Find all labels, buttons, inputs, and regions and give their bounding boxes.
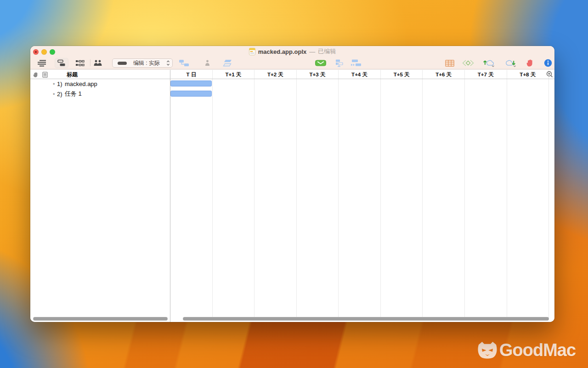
stop-hand-icon[interactable]	[524, 58, 536, 69]
toolbar: 编辑 : 实际	[30, 57, 554, 69]
task-number: 2)	[57, 91, 65, 98]
document-title: macked.app.oplx	[258, 48, 306, 55]
task-title[interactable]: macked.app	[65, 80, 97, 87]
gantt-view-button-selected[interactable]	[55, 58, 68, 68]
timeline-column-label: T+1 天	[213, 70, 254, 78]
task-number: 1)	[57, 80, 65, 87]
task-row[interactable]: • 2) 任务 1	[30, 90, 168, 98]
titlebar: macked.app.oplx — 已编辑	[30, 46, 554, 57]
style-dash-swatch	[118, 62, 127, 65]
desktop-wallpaper: GoodMac macked.app.oplx	[0, 0, 588, 368]
toolbar-divider	[90, 59, 90, 66]
main-content: 标题 T 日 T+1 天 T+2 天 T+3 天 T+4 天 T+5 天 T+6…	[30, 70, 554, 322]
timeline-column-label: T+2 天	[254, 70, 296, 78]
gantt-horizontal-scrollbar[interactable]	[183, 317, 549, 321]
task-title[interactable]: 任务 1	[65, 90, 82, 98]
style-popup-value: 编辑 : 实际	[130, 59, 163, 67]
task-bullet: •	[53, 80, 57, 87]
info-icon[interactable]	[542, 58, 554, 69]
table-grid-icon[interactable]	[444, 58, 456, 69]
timeline-column: T+8 天	[507, 70, 549, 318]
timeline-column: T+6 天	[423, 70, 465, 318]
timeline-column: T+7 天	[465, 70, 507, 318]
timeline-column-label: T+8 天	[507, 70, 549, 78]
level-resources-icon[interactable]	[315, 58, 327, 69]
goodmac-cat-icon	[477, 341, 498, 360]
link-tasks-icon[interactable]	[178, 58, 190, 69]
task-bullet: •	[53, 91, 57, 98]
timeline-column: T+3 天	[297, 70, 339, 318]
app-window: macked.app.oplx — 已编辑	[30, 46, 554, 322]
outline-horizontal-scrollbar[interactable]	[33, 317, 168, 321]
document-icon	[249, 48, 255, 55]
timeline-column: T 日	[170, 70, 213, 318]
timeline-column-label: T+4 天	[339, 70, 380, 78]
resources-view-icon[interactable]	[92, 58, 104, 69]
title-column-header[interactable]: 标题	[67, 71, 78, 79]
catch-up-icon[interactable]	[333, 58, 345, 69]
assign-resource-icon[interactable]	[201, 58, 213, 69]
gantt-bar[interactable]	[170, 91, 212, 97]
network-view-icon[interactable]	[74, 58, 86, 69]
zoom-in-icon[interactable]	[546, 71, 553, 78]
timeline-column: T+5 天	[381, 70, 423, 318]
title-separator: —	[309, 48, 315, 55]
split-task-icon[interactable]	[222, 58, 234, 69]
timeline-column-label: T+6 天	[423, 70, 464, 78]
timeline-column-label: T+3 天	[297, 70, 339, 78]
gantt-view-icon	[57, 59, 66, 67]
timeline-column: T+2 天	[254, 70, 297, 318]
style-popup[interactable]: 编辑 : 实际	[112, 58, 173, 68]
critical-path-icon[interactable]	[462, 58, 474, 69]
outline-header: 标题	[30, 70, 170, 79]
timeline-column: T+1 天	[213, 70, 255, 318]
header-separator	[30, 79, 554, 79]
edited-badge: 已编辑	[318, 47, 336, 56]
pane-divider[interactable]	[170, 70, 170, 322]
gantt-bar[interactable]	[170, 80, 212, 86]
timeline-column-label: T 日	[170, 70, 212, 78]
gantt-timeline: T 日 T+1 天 T+2 天 T+3 天 T+4 天 T+5 天 T+6 天 …	[170, 70, 549, 318]
task-row[interactable]: • 1) macked.app	[30, 80, 168, 87]
window-chrome: macked.app.oplx — 已编辑	[30, 46, 554, 69]
goodmac-watermark: GoodMac	[477, 340, 576, 360]
outline-view-icon[interactable]	[36, 58, 48, 69]
timeline-column-label: T+5 天	[381, 70, 423, 78]
timeline-column-label: T+7 天	[465, 70, 507, 78]
watermark-text: GoodMac	[499, 340, 576, 360]
window-title: macked.app.oplx — 已编辑	[30, 46, 554, 57]
reschedule-icon[interactable]	[351, 58, 362, 69]
cloud-publish-icon[interactable]	[483, 58, 495, 69]
timeline-column: T+4 天	[339, 70, 381, 318]
popup-chevrons-icon	[166, 60, 170, 66]
cloud-update-icon[interactable]	[504, 58, 516, 69]
